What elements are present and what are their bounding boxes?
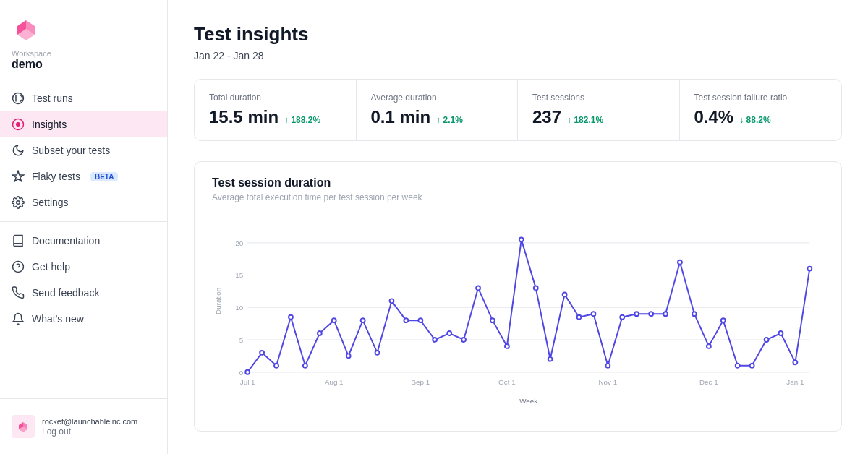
- nav-label: What's new: [32, 313, 84, 325]
- nav-label: Flaky tests: [32, 171, 80, 182]
- flaky-tests-icon: [12, 170, 25, 183]
- svg-point-46: [519, 237, 524, 241]
- svg-point-45: [505, 344, 509, 348]
- logout-link[interactable]: Log out: [42, 427, 137, 437]
- stat-change: ↑ 2.1%: [436, 115, 463, 125]
- svg-point-44: [490, 318, 495, 322]
- user-email: rocket@launchableinc.com: [42, 416, 137, 427]
- svg-point-29: [274, 364, 278, 368]
- stat-value: 0.4%: [694, 107, 734, 127]
- page-title: Test insights: [194, 23, 842, 46]
- svg-point-51: [591, 312, 595, 316]
- svg-text:20: 20: [235, 239, 243, 247]
- sidebar-user[interactable]: rocket@launchableinc.com Log out: [0, 408, 167, 445]
- stat-label: Average duration: [371, 93, 503, 103]
- documentation-icon: [12, 234, 25, 247]
- stat-card-3: Test session failure ratio 0.4% ↓ 88.2%: [680, 80, 842, 140]
- user-avatar: [12, 415, 35, 438]
- stat-label: Total duration: [209, 93, 341, 103]
- svg-point-32: [318, 331, 322, 335]
- stats-row: Total duration 15.5 min ↑ 188.2% Average…: [194, 79, 842, 141]
- app-logo: [12, 14, 41, 43]
- svg-text:Duration: Duration: [214, 288, 222, 314]
- sidebar-item-flaky-tests[interactable]: Flaky testsBETA: [0, 163, 167, 189]
- sidebar-nav: Test runsInsightsSubset your testsFlaky …: [0, 80, 167, 398]
- svg-point-65: [793, 360, 797, 364]
- sidebar-item-subset-tests[interactable]: Subset your tests: [0, 137, 167, 163]
- sidebar-item-send-feedback[interactable]: Send feedback: [0, 280, 167, 306]
- svg-text:Oct 1: Oct 1: [498, 378, 516, 386]
- sidebar-bottom: rocket@launchableinc.com Log out: [0, 398, 167, 454]
- svg-text:Nov 1: Nov 1: [599, 378, 618, 386]
- svg-point-33: [332, 318, 336, 322]
- svg-point-43: [476, 286, 480, 290]
- main-content: Test insights Jan 22 - Jan 28 Total dura…: [168, 0, 868, 454]
- svg-point-47: [534, 286, 538, 290]
- stat-card-0: Total duration 15.5 min ↑ 188.2%: [195, 80, 357, 140]
- subset-tests-icon: [12, 144, 25, 157]
- workspace-label: Workspace: [12, 49, 51, 58]
- svg-point-42: [461, 338, 466, 342]
- svg-point-64: [779, 331, 783, 335]
- insights-icon: [12, 118, 25, 131]
- svg-point-35: [361, 318, 365, 322]
- svg-text:Week: Week: [519, 397, 537, 405]
- svg-point-48: [548, 357, 553, 361]
- svg-point-39: [418, 318, 422, 322]
- beta-badge: BETA: [90, 172, 118, 181]
- svg-point-55: [649, 312, 653, 316]
- svg-text:15: 15: [235, 271, 243, 279]
- sidebar-item-test-runs[interactable]: Test runs: [0, 85, 167, 111]
- svg-point-58: [692, 312, 697, 316]
- stat-label: Test sessions: [532, 93, 665, 103]
- stat-change: ↑ 182.1%: [567, 115, 603, 125]
- test-runs-icon: [12, 92, 25, 105]
- sidebar-item-whats-new[interactable]: What's new: [0, 306, 167, 332]
- stat-value: 237: [532, 107, 561, 127]
- stat-value-row: 0.1 min ↑ 2.1%: [371, 107, 503, 127]
- sidebar-item-settings[interactable]: Settings: [0, 189, 167, 215]
- sidebar-logo: Workspace demo: [0, 0, 167, 80]
- svg-text:Jul 1: Jul 1: [240, 378, 255, 386]
- stat-value-row: 237 ↑ 182.1%: [532, 107, 665, 127]
- svg-point-30: [289, 315, 293, 320]
- stat-change: ↑ 188.2%: [284, 115, 320, 125]
- stat-change: ↓ 88.2%: [739, 115, 770, 125]
- svg-point-49: [563, 292, 567, 296]
- date-range: Jan 22 - Jan 28: [194, 50, 842, 61]
- sidebar-item-get-help[interactable]: Get help: [0, 254, 167, 280]
- svg-point-54: [634, 312, 639, 316]
- whats-new-icon: [12, 312, 25, 325]
- svg-point-3: [16, 122, 20, 127]
- get-help-icon: [12, 260, 25, 273]
- stat-label: Test session failure ratio: [694, 93, 827, 103]
- nav-label: Insights: [32, 119, 67, 130]
- stat-value-row: 15.5 min ↑ 188.2%: [209, 107, 341, 127]
- svg-point-36: [375, 351, 380, 355]
- nav-label: Get help: [32, 261, 70, 273]
- svg-point-61: [736, 364, 740, 368]
- chart-subtitle: Average total execution time per test se…: [212, 192, 824, 202]
- svg-text:Jan 1: Jan 1: [786, 378, 804, 386]
- svg-point-56: [663, 312, 668, 316]
- svg-point-50: [577, 315, 582, 320]
- sidebar-item-documentation[interactable]: Documentation: [0, 228, 167, 254]
- stat-card-2: Test sessions 237 ↑ 182.1%: [518, 80, 680, 140]
- svg-text:10: 10: [235, 304, 243, 312]
- svg-point-28: [260, 351, 264, 355]
- svg-point-52: [605, 364, 610, 368]
- svg-point-27: [245, 370, 250, 374]
- nav-label: Send feedback: [32, 287, 99, 299]
- svg-point-38: [404, 318, 408, 322]
- settings-icon: [12, 196, 25, 209]
- sidebar-item-insights[interactable]: Insights: [0, 111, 167, 137]
- svg-point-57: [678, 260, 682, 265]
- svg-text:0: 0: [239, 369, 244, 377]
- svg-point-41: [447, 331, 451, 335]
- svg-point-63: [765, 338, 769, 342]
- svg-point-31: [303, 364, 307, 368]
- send-feedback-icon: [12, 286, 25, 299]
- svg-text:Sep 1: Sep 1: [411, 378, 430, 386]
- svg-text:5: 5: [239, 336, 244, 344]
- nav-label: Subset your tests: [32, 145, 110, 156]
